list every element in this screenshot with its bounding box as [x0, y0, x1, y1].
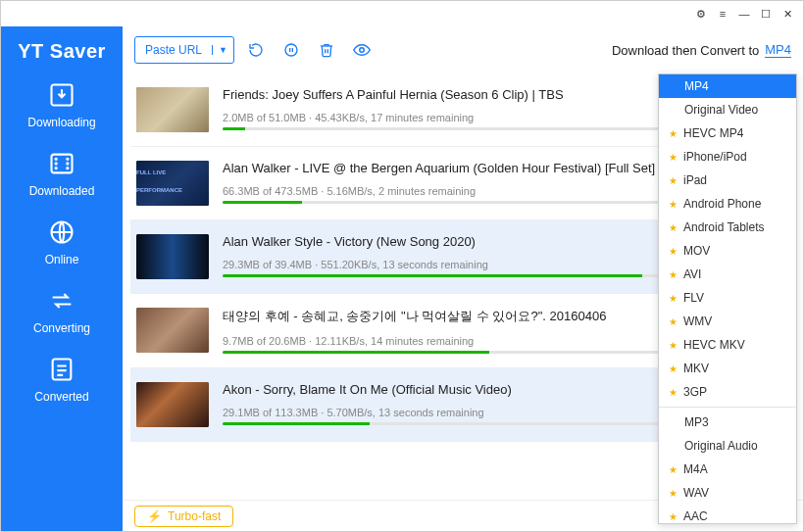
star-icon: ★ — [669, 488, 678, 499]
delete-button[interactable] — [313, 36, 340, 64]
star-icon: ★ — [669, 464, 678, 475]
star-icon: ★ — [669, 293, 678, 304]
gear-icon[interactable]: ⚙ — [691, 4, 711, 24]
menu-icon[interactable]: ≡ — [713, 4, 732, 24]
star-icon: ★ — [669, 316, 678, 327]
svg-point-10 — [285, 44, 297, 56]
sidebar-item-label: Converting — [33, 321, 90, 335]
sidebar-item-downloaded[interactable]: Downloaded — [29, 149, 95, 198]
sidebar: YT Saver DownloadingDownloadedOnlineConv… — [1, 26, 123, 531]
svg-point-2 — [56, 159, 57, 160]
format-label: WAV — [683, 486, 709, 500]
minimize-button[interactable]: — — [734, 4, 754, 24]
turbo-label: Turbo-fast — [168, 509, 221, 523]
thumbnail — [136, 87, 209, 132]
sidebar-item-downloading[interactable]: Downloading — [27, 80, 95, 129]
svg-rect-9 — [53, 360, 72, 380]
format-label: MP3 — [684, 415, 709, 429]
format-option[interactable]: ★AVI — [659, 263, 796, 286]
star-icon: ★ — [669, 269, 678, 280]
format-option[interactable]: MP4 — [659, 74, 796, 98]
star-icon: ★ — [669, 152, 678, 163]
download-icon — [47, 80, 76, 110]
format-label: AAC — [683, 509, 708, 523]
format-option[interactable]: ★MKV — [659, 357, 796, 380]
star-icon: ★ — [669, 387, 678, 398]
star-icon: ★ — [669, 363, 678, 374]
format-label: AVI — [683, 267, 701, 281]
format-label: Android Phone — [683, 197, 761, 211]
star-icon: ★ — [669, 340, 678, 351]
format-label: Android Tablets — [683, 220, 765, 234]
format-option[interactable]: ★Android Phone — [659, 192, 796, 216]
format-label: M4A — [683, 462, 708, 476]
sidebar-item-label: Downloaded — [29, 184, 95, 198]
format-dropdown: MP4Original Video★HEVC MP4★iPhone/iPod★i… — [658, 73, 797, 524]
svg-point-3 — [56, 163, 57, 164]
sidebar-item-label: Downloading — [27, 116, 95, 129]
format-label: WMV — [683, 314, 712, 328]
star-icon: ★ — [669, 511, 678, 522]
maximize-button[interactable]: ☐ — [756, 4, 776, 24]
format-label: Original Video — [684, 103, 758, 117]
close-button[interactable]: ✕ — [778, 4, 797, 24]
convert-label: Download then Convert to — [612, 43, 759, 58]
format-label: Original Audio — [684, 439, 758, 453]
format-label: MP4 — [684, 79, 709, 93]
preview-button[interactable] — [348, 36, 376, 64]
pause-all-button[interactable] — [277, 36, 305, 64]
toolbar: Paste URL ▼ Download then Convert to — [123, 26, 803, 73]
paste-url-label: Paste URL — [135, 43, 212, 57]
sidebar-item-converted[interactable]: Converted — [34, 355, 88, 404]
turbo-fast-button[interactable]: ⚡ Turbo-fast — [134, 506, 233, 527]
bolt-icon: ⚡ — [147, 509, 162, 523]
convert-format-row: Download then Convert to MP4 — [612, 42, 791, 58]
format-label: MKV — [683, 362, 709, 375]
resume-all-button[interactable] — [242, 36, 270, 64]
star-icon: ★ — [669, 246, 678, 257]
app-brand: YT Saver — [18, 40, 106, 63]
paste-url-button[interactable]: Paste URL ▼ — [134, 36, 234, 64]
chevron-down-icon[interactable]: ▼ — [212, 45, 233, 55]
format-option[interactable]: ★WAV — [659, 481, 796, 505]
star-icon: ★ — [669, 222, 678, 233]
main-pane: Paste URL ▼ Download then Convert to — [123, 26, 803, 531]
format-option[interactable]: ★Android Tablets — [659, 216, 796, 239]
star-icon: ★ — [669, 199, 678, 210]
globe-icon — [47, 218, 76, 247]
format-option[interactable]: ★AAC — [659, 505, 796, 524]
svg-point-6 — [67, 163, 68, 164]
svg-point-4 — [56, 168, 57, 169]
format-option[interactable]: ★FLV — [659, 286, 796, 310]
thumbnail — [136, 234, 209, 279]
format-option[interactable]: ★MOV — [659, 239, 796, 263]
convert-format-select[interactable]: MP4 — [765, 42, 791, 58]
star-icon: ★ — [669, 175, 678, 186]
svg-point-7 — [67, 168, 68, 169]
format-label: HEVC MP4 — [683, 126, 743, 140]
format-label: MOV — [683, 244, 710, 258]
sidebar-item-label: Online — [45, 253, 79, 266]
sidebar-item-label: Converted — [34, 390, 88, 404]
format-option[interactable]: Original Audio — [659, 434, 796, 458]
thumbnail — [136, 308, 209, 353]
thumbnail: FULL LIVEPERFORMANCE — [136, 161, 209, 206]
format-option[interactable]: ★3GP — [659, 380, 796, 404]
thumbnail — [136, 382, 209, 427]
format-label: iPad — [683, 173, 707, 187]
format-label: iPhone/iPod — [683, 150, 747, 164]
format-label: HEVC MKV — [683, 338, 745, 352]
format-option[interactable]: MP3 — [659, 411, 796, 434]
sidebar-item-online[interactable]: Online — [45, 218, 79, 266]
format-option[interactable]: ★iPhone/iPod — [659, 145, 796, 169]
format-option[interactable]: ★M4A — [659, 458, 796, 481]
format-option[interactable]: ★WMV — [659, 310, 796, 333]
format-option[interactable]: ★HEVC MP4 — [659, 121, 796, 145]
format-option[interactable]: ★iPad — [659, 169, 796, 192]
format-option[interactable]: Original Video — [659, 98, 796, 121]
sidebar-item-converting[interactable]: Converting — [33, 286, 90, 335]
svg-point-5 — [67, 159, 68, 160]
done-list-icon — [47, 355, 76, 384]
titlebar: ⚙ ≡ — ☐ ✕ — [1, 1, 803, 26]
format-option[interactable]: ★HEVC MKV — [659, 333, 796, 357]
